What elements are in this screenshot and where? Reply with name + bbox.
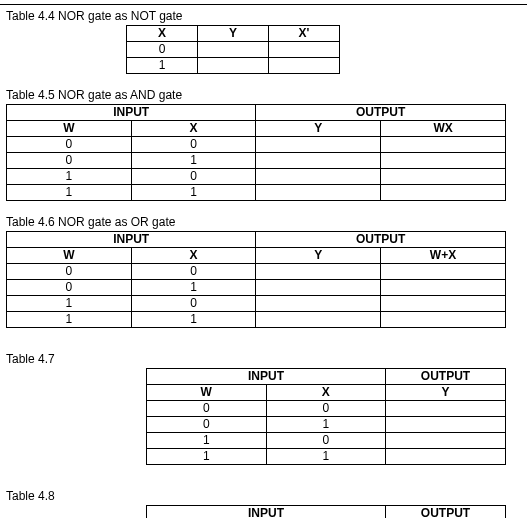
- t46-header: W+X: [381, 248, 506, 264]
- t44-cell: 1: [127, 58, 198, 74]
- t45-cell: 1: [7, 185, 132, 201]
- t46-cell: 1: [131, 280, 256, 296]
- t45-header: WX: [381, 121, 506, 137]
- t44-cell: 0: [127, 42, 198, 58]
- t46-cell: 0: [131, 296, 256, 312]
- t47-header: X: [266, 385, 385, 401]
- t44-header-xprime: X': [269, 26, 340, 42]
- t47-cell: [386, 401, 506, 417]
- t46-cell: [256, 280, 381, 296]
- table-4-6: INPUT OUTPUT W X Y W+X 0 0 0 1 1 0 1 1: [6, 231, 506, 328]
- t44-cell: [269, 58, 340, 74]
- t45-cell: 1: [7, 169, 132, 185]
- t47-cell: 1: [147, 433, 267, 449]
- t45-header: W: [7, 121, 132, 137]
- t46-cell: [381, 280, 506, 296]
- table-4-8-caption: Table 4.8: [6, 489, 521, 503]
- t46-group-output: OUTPUT: [256, 232, 506, 248]
- t45-header: X: [131, 121, 256, 137]
- table-4-8: INPUT OUTPUT W X Y 0 0 0 1 1 0 1 1: [146, 505, 506, 518]
- t45-cell: 0: [131, 137, 256, 153]
- t47-cell: 1: [266, 417, 385, 433]
- table-4-7-caption: Table 4.7: [6, 352, 521, 366]
- t47-group-output: OUTPUT: [386, 369, 506, 385]
- t46-group-input: INPUT: [7, 232, 256, 248]
- table-4-7: INPUT OUTPUT W X Y 0 0 0 1 1 0 1 1: [146, 368, 506, 465]
- t48-group-output: OUTPUT: [386, 506, 506, 519]
- t46-cell: 0: [131, 264, 256, 280]
- t45-group-output: OUTPUT: [256, 105, 506, 121]
- t46-cell: 1: [7, 312, 132, 328]
- table-4-5: INPUT OUTPUT W X Y WX 0 0 0 1 1 0 1 1: [6, 104, 506, 201]
- t44-header-y: Y: [198, 26, 269, 42]
- t45-cell: [381, 169, 506, 185]
- t45-header: Y: [256, 121, 381, 137]
- t47-cell: 0: [147, 417, 267, 433]
- t46-cell: [256, 296, 381, 312]
- t44-header-x: X: [127, 26, 198, 42]
- t46-cell: [381, 296, 506, 312]
- t45-group-input: INPUT: [7, 105, 256, 121]
- t46-cell: 0: [7, 280, 132, 296]
- t47-header: Y: [386, 385, 506, 401]
- t46-cell: [381, 312, 506, 328]
- t44-cell: [198, 42, 269, 58]
- t46-header: X: [131, 248, 256, 264]
- t45-cell: [256, 137, 381, 153]
- t47-cell: 0: [266, 433, 385, 449]
- t44-cell: [198, 58, 269, 74]
- t45-cell: [381, 185, 506, 201]
- t46-cell: 1: [131, 312, 256, 328]
- t45-cell: 1: [131, 153, 256, 169]
- table-4-4-caption: Table 4.4 NOR gate as NOT gate: [6, 9, 521, 23]
- t45-cell: [256, 169, 381, 185]
- t47-cell: [386, 433, 506, 449]
- t45-cell: [381, 137, 506, 153]
- t47-cell: [386, 449, 506, 465]
- t46-cell: [256, 264, 381, 280]
- table-4-5-caption: Table 4.5 NOR gate as AND gate: [6, 88, 521, 102]
- t44-cell: [269, 42, 340, 58]
- t46-cell: [381, 264, 506, 280]
- t46-cell: 1: [7, 296, 132, 312]
- t45-cell: 0: [7, 137, 132, 153]
- t46-header: W: [7, 248, 132, 264]
- t47-header: W: [147, 385, 267, 401]
- t45-cell: 0: [131, 169, 256, 185]
- t45-cell: [256, 185, 381, 201]
- t47-cell: 1: [147, 449, 267, 465]
- t48-group-input: INPUT: [147, 506, 386, 519]
- table-4-6-caption: Table 4.6 NOR gate as OR gate: [6, 215, 521, 229]
- t45-cell: 1: [131, 185, 256, 201]
- t47-cell: 0: [266, 401, 385, 417]
- t47-group-input: INPUT: [147, 369, 386, 385]
- t45-cell: [256, 153, 381, 169]
- t45-cell: 0: [7, 153, 132, 169]
- t46-cell: [256, 312, 381, 328]
- t47-cell: [386, 417, 506, 433]
- t47-cell: 0: [147, 401, 267, 417]
- t45-cell: [381, 153, 506, 169]
- t46-header: Y: [256, 248, 381, 264]
- table-4-4: X Y X' 0 1: [126, 25, 340, 74]
- t47-cell: 1: [266, 449, 385, 465]
- t46-cell: 0: [7, 264, 132, 280]
